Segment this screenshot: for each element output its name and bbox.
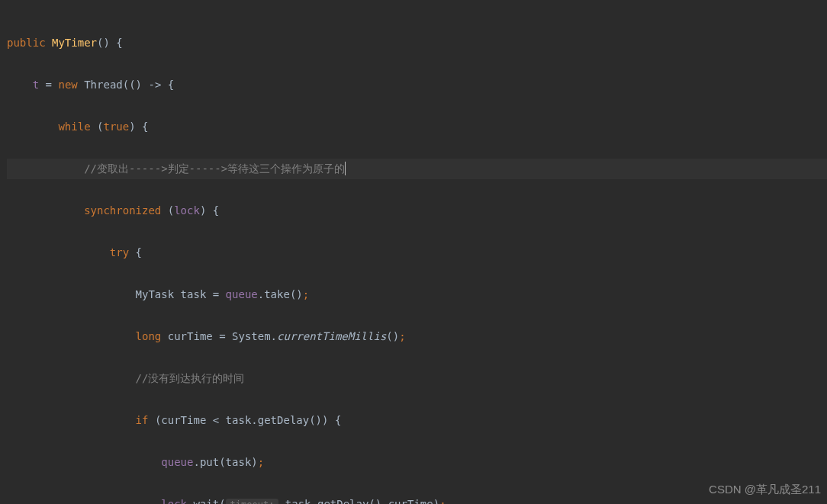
watermark: CSDN @革凡成圣211 bbox=[709, 479, 821, 500]
keyword-true: true bbox=[103, 120, 129, 133]
code-line: long curTime = System.currentTimeMillis(… bbox=[7, 326, 827, 348]
keyword-while: while bbox=[58, 120, 97, 133]
code-line-active: //变取出----->判定----->等待这三个操作为原子的 bbox=[7, 159, 827, 180]
keyword-new: new bbox=[58, 79, 84, 91]
keyword-try: try bbox=[110, 246, 136, 258]
field-lock: lock bbox=[174, 204, 200, 217]
code-line: if (curTime < task.getDelay()) { bbox=[7, 410, 827, 432]
field-lock: lock bbox=[161, 498, 187, 505]
code-line: try { bbox=[7, 242, 827, 264]
comment: //变取出----->判定----->等待这三个操作为原子的 bbox=[84, 162, 345, 175]
keyword-long: long bbox=[136, 330, 168, 342]
code-editor[interactable]: public MyTimer() { t = new Thread(() -> … bbox=[0, 0, 827, 504]
code-line: lock.wait(timeout: task.getDelay()-curTi… bbox=[7, 494, 827, 505]
code-line: MyTask task = queue.take(); bbox=[7, 284, 827, 306]
keyword-public: public bbox=[7, 37, 46, 49]
comment: //没有到达执行的时间 bbox=[136, 372, 245, 384]
code-line: public MyTimer() { bbox=[7, 33, 827, 54]
keyword-synchronized: synchronized bbox=[84, 204, 168, 217]
code-line: while (true) { bbox=[7, 117, 827, 138]
code-line: queue.put(task); bbox=[7, 452, 827, 474]
code-line: //没有到达执行的时间 bbox=[7, 368, 827, 390]
field-t: t bbox=[33, 79, 39, 91]
static-method: currentTimeMillis bbox=[277, 330, 386, 342]
field-queue: queue bbox=[226, 288, 258, 300]
parameter-hint: timeout: bbox=[226, 499, 279, 505]
code-line: t = new Thread(() -> { bbox=[7, 75, 827, 96]
keyword-if: if bbox=[136, 414, 155, 426]
field-queue: queue bbox=[161, 456, 193, 468]
constructor-name: MyTimer bbox=[52, 37, 97, 49]
code-line: synchronized (lock) { bbox=[7, 201, 827, 222]
text-cursor bbox=[345, 162, 346, 175]
